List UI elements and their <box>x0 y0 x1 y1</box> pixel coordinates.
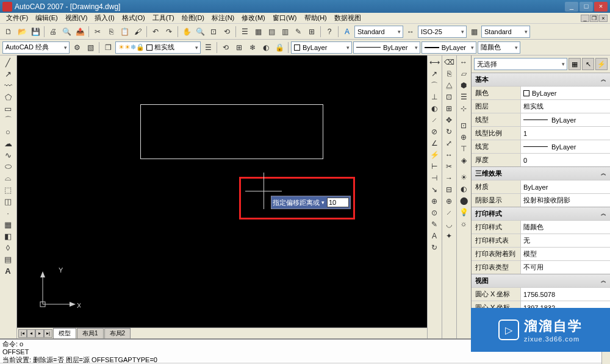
view-top-icon[interactable]: ⊤ <box>458 143 470 154</box>
rotate-icon[interactable]: ↻ <box>443 126 455 137</box>
layer-combo[interactable]: ☀☀❄🔒 粗实线 <box>115 41 201 54</box>
3dorbit-icon[interactable]: ⊕ <box>458 132 470 143</box>
move-icon[interactable]: ✥ <box>443 115 455 126</box>
prop-plotstyle[interactable]: 随颜色 <box>520 221 610 234</box>
dim-quick-icon[interactable]: ⚡ <box>428 149 440 160</box>
list-icon[interactable]: ☰ <box>458 91 470 102</box>
view-iso-icon[interactable]: ◈ <box>458 155 470 166</box>
extend-icon[interactable]: → <box>443 173 455 184</box>
help-button[interactable]: ? <box>323 26 336 38</box>
mirror-icon[interactable]: ⧋ <box>443 80 455 91</box>
fillet-icon[interactable]: ◡ <box>443 219 455 230</box>
menu-dimension[interactable]: 标注(N) <box>208 13 238 23</box>
polygon-icon[interactable]: ⬠ <box>1 91 15 102</box>
color-combo[interactable]: ByLayer <box>291 41 352 54</box>
mdi-minimize-button[interactable]: _ <box>581 15 589 22</box>
section-basic[interactable]: 基本︽ <box>472 73 610 86</box>
prop-plottable[interactable]: 无 <box>520 234 610 247</box>
ellipse-arc-icon[interactable]: ⌓ <box>1 173 15 184</box>
select-objects-button[interactable]: ↖ <box>582 58 594 70</box>
trim-icon[interactable]: ✂ <box>443 161 455 172</box>
menu-insert[interactable]: 插入(I) <box>91 13 118 23</box>
markup-button[interactable]: ✎ <box>292 26 304 38</box>
textstyle-icon[interactable]: A <box>341 26 353 38</box>
break-icon[interactable]: ⊟ <box>443 184 455 195</box>
hatch-icon[interactable]: ▦ <box>1 219 15 230</box>
tab-prev-button[interactable]: ◂ <box>27 329 35 338</box>
plot-button[interactable]: 🖨 <box>47 26 59 38</box>
ucs-icon-btn[interactable]: ⊡ <box>458 120 470 131</box>
dim-baseline-icon[interactable]: ⊢ <box>428 161 440 172</box>
undo-button[interactable]: ↶ <box>149 26 162 38</box>
rectangle-icon[interactable]: ▭ <box>1 103 15 114</box>
prop-plottype[interactable]: 不可用 <box>520 261 610 274</box>
sun-icon[interactable]: ☼ <box>458 218 470 229</box>
preview-button[interactable]: 🔍 <box>60 26 73 38</box>
dim-diameter-icon[interactable]: ⊘ <box>428 126 440 137</box>
layer-lock-button[interactable]: 🔒 <box>273 41 285 54</box>
chamfer-icon[interactable]: ⟋ <box>443 207 455 218</box>
tool-palette-button[interactable]: ▤ <box>265 26 278 38</box>
maximize-button[interactable]: □ <box>580 2 593 12</box>
menu-edit[interactable]: 编辑(E) <box>32 13 62 23</box>
ellipse-icon[interactable]: ⬭ <box>1 161 15 172</box>
explode-icon[interactable]: ✦ <box>443 230 455 241</box>
publish-button[interactable]: 📤 <box>74 26 86 38</box>
join-icon[interactable]: ⊕ <box>443 196 455 207</box>
prop-color[interactable]: ByLayer <box>520 87 610 99</box>
prop-shadow[interactable]: 投射和接收阴影 <box>520 194 610 207</box>
scale-icon[interactable]: ⤢ <box>443 138 455 149</box>
menu-format[interactable]: 格式(O) <box>118 13 149 23</box>
zoom-window-button[interactable]: ⊡ <box>207 26 220 38</box>
tab-last-button[interactable]: ▸| <box>44 329 52 338</box>
offset-icon[interactable]: ⊡ <box>443 91 455 102</box>
lineweight-combo[interactable]: ByLayer <box>422 41 476 54</box>
area-icon[interactable]: ▱ <box>458 68 470 79</box>
quick-select-button[interactable]: ⚡ <box>595 58 608 70</box>
polyline-icon[interactable]: 〰 <box>1 80 15 91</box>
dimstyle-icon[interactable]: ↔ <box>404 26 417 38</box>
menu-file[interactable]: 文件(F) <box>2 13 32 23</box>
save-button[interactable]: 💾 <box>29 26 41 38</box>
menu-modify[interactable]: 修改(M) <box>238 13 269 23</box>
close-button[interactable]: × <box>594 2 608 12</box>
layer-iso-button[interactable]: ⊞ <box>233 41 245 54</box>
mdi-close-button[interactable]: × <box>599 15 608 22</box>
tab-layout1[interactable]: 布局1 <box>77 328 104 339</box>
dim-aligned-icon[interactable]: ↗ <box>428 68 440 79</box>
region-mass-icon[interactable]: ⬢ <box>458 80 470 91</box>
sheetset-button[interactable]: ▥ <box>279 26 291 38</box>
drawing-area[interactable]: 指定偏移距离或 ▾ Y X |◂ ◂ ▸ ▸| 模型 <box>17 55 427 338</box>
id-point-icon[interactable]: ⊹ <box>458 103 470 114</box>
prop-material[interactable]: ByLayer <box>520 180 610 193</box>
dim-textedit-icon[interactable]: A <box>428 230 440 241</box>
insert-block-icon[interactable]: ⬚ <box>1 184 15 195</box>
prop-plotattach[interactable]: 模型 <box>520 248 610 260</box>
dim-leader-icon[interactable]: ↘ <box>428 184 440 195</box>
design-center-button[interactable]: ▦ <box>252 26 264 38</box>
visual-style-icon[interactable]: ◐ <box>458 184 470 194</box>
workspace-settings-button[interactable]: ⚙ <box>71 41 83 54</box>
point-icon[interactable]: · <box>1 207 15 218</box>
line-icon[interactable]: ╱ <box>1 57 15 68</box>
menu-help[interactable]: 帮助(H) <box>301 13 331 23</box>
tab-next-button[interactable]: ▸ <box>35 329 44 338</box>
section-view[interactable]: 视图︽ <box>472 274 610 287</box>
dim-center-icon[interactable]: ⊙ <box>428 207 440 218</box>
mdi-restore-button[interactable]: ❐ <box>590 15 598 22</box>
linetype-combo[interactable]: ByLayer <box>353 41 420 54</box>
plotstyle-combo[interactable]: 随颜色 <box>478 41 520 54</box>
dim-update-icon[interactable]: ↻ <box>428 242 440 253</box>
revcloud-icon[interactable]: ☁ <box>1 138 15 149</box>
section-3d[interactable]: 三维效果︽ <box>472 166 610 180</box>
prop-center-x[interactable]: 1756.5078 <box>520 288 610 301</box>
quickcalc-button[interactable]: ⊞ <box>306 26 318 38</box>
prop-ltscale[interactable]: 1 <box>520 127 610 140</box>
gradient-icon[interactable]: ◧ <box>1 230 15 241</box>
dim-ordinate-icon[interactable]: ⊥ <box>428 91 440 102</box>
stretch-icon[interactable]: ↔ <box>443 149 455 160</box>
erase-icon[interactable]: ⌫ <box>443 57 455 68</box>
layer-freeze-button[interactable]: ❄ <box>246 41 259 54</box>
xline-icon[interactable]: ↗ <box>1 68 15 79</box>
pan-button[interactable]: ✋ <box>181 26 193 38</box>
